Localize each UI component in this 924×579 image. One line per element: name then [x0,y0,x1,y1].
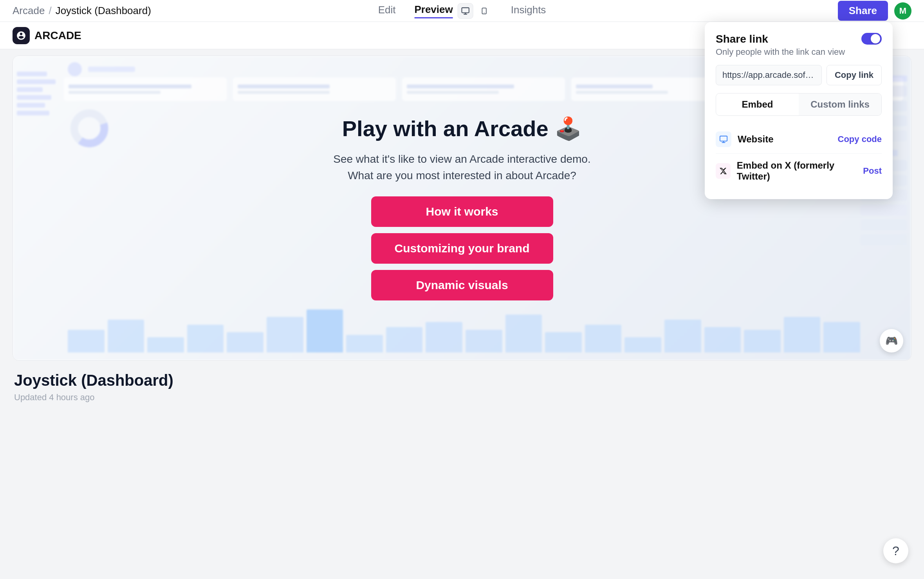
copy-code-button[interactable]: Copy code [838,134,882,144]
desktop-view-btn[interactable] [458,3,473,19]
top-navigation: Arcade / Joystick (Dashboard) Edit Previ… [0,0,924,22]
copy-link-button[interactable]: Copy link [827,65,882,85]
popup-subtitle: Only people with the link can view [716,47,845,57]
arcade-logo-text: ARCADE [34,29,81,42]
help-button[interactable]: ? [883,538,908,563]
svg-rect-0 [462,7,469,13]
breadcrumb-home[interactable]: Arcade [13,5,45,17]
overlay-buttons: How it works Customizing your brand Dyna… [371,196,553,300]
btn-how-it-works[interactable]: How it works [371,196,553,227]
embed-option-twitter-left: Embed on X (formerly Twitter) [716,160,863,182]
twitter-embed-label: Embed on X (formerly Twitter) [737,160,863,182]
website-icon [716,131,731,147]
nav-right: Share M [838,1,911,21]
svg-rect-7 [720,136,727,141]
nav-tabs: Edit Preview Insights [378,3,546,19]
overlay-subtitle: See what it's like to view an Arcade int… [333,151,590,184]
tab-insights[interactable]: Insights [511,4,546,18]
overlay-title: Play with an Arcade 🕹️ [342,116,582,142]
share-toggle[interactable] [861,33,882,45]
bottom-info: Joystick (Dashboard) Updated 4 hours ago [13,372,911,403]
embed-option-twitter: Embed on X (formerly Twitter) Post [716,154,882,188]
share-popup: Share link Only people with the link can… [705,22,893,199]
twitter-x-icon [716,163,731,179]
website-label: Website [738,134,774,145]
btn-dynamic-visuals[interactable]: Dynamic visuals [371,270,553,300]
mobile-view-btn[interactable] [476,3,492,19]
arcade-logo-icon [13,27,30,44]
tab-edit[interactable]: Edit [378,4,396,18]
link-row: https://app.arcade.software/share/vV Cop… [716,65,882,85]
arcade-float-button[interactable]: 🎮 [880,329,903,352]
share-button[interactable]: Share [838,1,888,21]
arcade-logo: ARCADE [13,27,81,44]
popup-title: Share link [716,33,845,45]
tab-custom-links[interactable]: Custom links [799,94,881,115]
breadcrumb-separator: / [49,5,51,17]
breadcrumb: Arcade / Joystick (Dashboard) [13,5,151,17]
tab-preview[interactable]: Preview [414,4,453,18]
avatar[interactable]: M [894,2,911,20]
updated-timestamp: Updated 4 hours ago [14,392,911,403]
tab-embed[interactable]: Embed [716,94,799,115]
popup-header: Share link Only people with the link can… [716,33,882,57]
view-mode-icons [458,3,492,19]
toggle-thumb [871,34,880,43]
tab-preview-group: Preview [414,3,492,19]
share-link-display: https://app.arcade.software/share/vV [716,65,822,85]
project-title: Joystick (Dashboard) [14,372,911,389]
popup-header-text: Share link Only people with the link can… [716,33,845,57]
embed-option-website-left: Website [716,131,774,147]
btn-customizing-brand[interactable]: Customizing your brand [371,233,553,264]
post-button[interactable]: Post [863,166,882,176]
breadcrumb-current: Joystick (Dashboard) [56,5,151,17]
embed-option-website: Website Copy code [716,125,882,154]
embed-tabs: Embed Custom links [716,93,882,116]
help-icon: ? [892,544,899,558]
